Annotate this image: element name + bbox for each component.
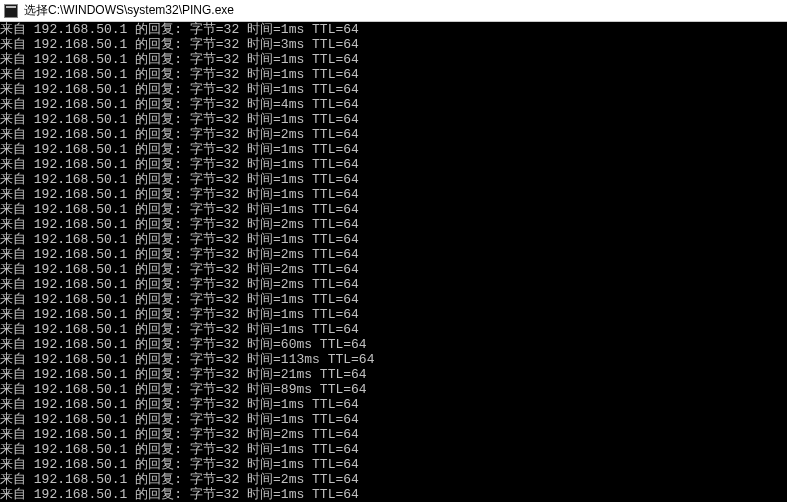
ping-reply-line: 来自 192.168.50.1 的回复: 字节=32 时间=1ms TTL=64 bbox=[0, 322, 787, 337]
app-icon bbox=[4, 4, 18, 18]
ping-reply-line: 来自 192.168.50.1 的回复: 字节=32 时间=1ms TTL=64 bbox=[0, 142, 787, 157]
window: 选择C:\WINDOWS\system32\PING.exe 来自 192.16… bbox=[0, 0, 787, 502]
ping-reply-line: 来自 192.168.50.1 的回复: 字节=32 时间=1ms TTL=64 bbox=[0, 172, 787, 187]
ping-reply-line: 来自 192.168.50.1 的回复: 字节=32 时间=1ms TTL=64 bbox=[0, 52, 787, 67]
ping-reply-line: 来自 192.168.50.1 的回复: 字节=32 时间=1ms TTL=64 bbox=[0, 232, 787, 247]
ping-reply-line: 来自 192.168.50.1 的回复: 字节=32 时间=2ms TTL=64 bbox=[0, 262, 787, 277]
ping-reply-line: 来自 192.168.50.1 的回复: 字节=32 时间=2ms TTL=64 bbox=[0, 127, 787, 142]
ping-reply-line: 来自 192.168.50.1 的回复: 字节=32 时间=2ms TTL=64 bbox=[0, 472, 787, 487]
terminal-output[interactable]: 来自 192.168.50.1 的回复: 字节=32 时间=1ms TTL=64… bbox=[0, 22, 787, 502]
svg-rect-1 bbox=[6, 6, 16, 8]
ping-reply-line: 来自 192.168.50.1 的回复: 字节=32 时间=1ms TTL=64 bbox=[0, 487, 787, 502]
ping-reply-line: 来自 192.168.50.1 的回复: 字节=32 时间=21ms TTL=6… bbox=[0, 367, 787, 382]
ping-reply-line: 来自 192.168.50.1 的回复: 字节=32 时间=1ms TTL=64 bbox=[0, 157, 787, 172]
title-bar[interactable]: 选择C:\WINDOWS\system32\PING.exe bbox=[0, 0, 787, 22]
ping-reply-line: 来自 192.168.50.1 的回复: 字节=32 时间=1ms TTL=64 bbox=[0, 442, 787, 457]
ping-reply-line: 来自 192.168.50.1 的回复: 字节=32 时间=1ms TTL=64 bbox=[0, 187, 787, 202]
ping-reply-line: 来自 192.168.50.1 的回复: 字节=32 时间=1ms TTL=64 bbox=[0, 397, 787, 412]
ping-reply-line: 来自 192.168.50.1 的回复: 字节=32 时间=1ms TTL=64 bbox=[0, 82, 787, 97]
ping-reply-line: 来自 192.168.50.1 的回复: 字节=32 时间=113ms TTL=… bbox=[0, 352, 787, 367]
ping-reply-line: 来自 192.168.50.1 的回复: 字节=32 时间=2ms TTL=64 bbox=[0, 217, 787, 232]
ping-reply-line: 来自 192.168.50.1 的回复: 字节=32 时间=1ms TTL=64 bbox=[0, 112, 787, 127]
ping-reply-line: 来自 192.168.50.1 的回复: 字节=32 时间=2ms TTL=64 bbox=[0, 277, 787, 292]
ping-reply-line: 来自 192.168.50.1 的回复: 字节=32 时间=89ms TTL=6… bbox=[0, 382, 787, 397]
ping-reply-line: 来自 192.168.50.1 的回复: 字节=32 时间=1ms TTL=64 bbox=[0, 22, 787, 37]
ping-reply-line: 来自 192.168.50.1 的回复: 字节=32 时间=4ms TTL=64 bbox=[0, 97, 787, 112]
ping-reply-line: 来自 192.168.50.1 的回复: 字节=32 时间=1ms TTL=64 bbox=[0, 202, 787, 217]
ping-reply-line: 来自 192.168.50.1 的回复: 字节=32 时间=2ms TTL=64 bbox=[0, 427, 787, 442]
window-title: 选择C:\WINDOWS\system32\PING.exe bbox=[24, 2, 234, 19]
ping-reply-line: 来自 192.168.50.1 的回复: 字节=32 时间=1ms TTL=64 bbox=[0, 457, 787, 472]
ping-reply-line: 来自 192.168.50.1 的回复: 字节=32 时间=1ms TTL=64 bbox=[0, 307, 787, 322]
ping-reply-line: 来自 192.168.50.1 的回复: 字节=32 时间=1ms TTL=64 bbox=[0, 292, 787, 307]
ping-reply-line: 来自 192.168.50.1 的回复: 字节=32 时间=1ms TTL=64 bbox=[0, 412, 787, 427]
ping-reply-line: 来自 192.168.50.1 的回复: 字节=32 时间=1ms TTL=64 bbox=[0, 67, 787, 82]
ping-reply-line: 来自 192.168.50.1 的回复: 字节=32 时间=60ms TTL=6… bbox=[0, 337, 787, 352]
ping-reply-line: 来自 192.168.50.1 的回复: 字节=32 时间=3ms TTL=64 bbox=[0, 37, 787, 52]
ping-reply-line: 来自 192.168.50.1 的回复: 字节=32 时间=2ms TTL=64 bbox=[0, 247, 787, 262]
